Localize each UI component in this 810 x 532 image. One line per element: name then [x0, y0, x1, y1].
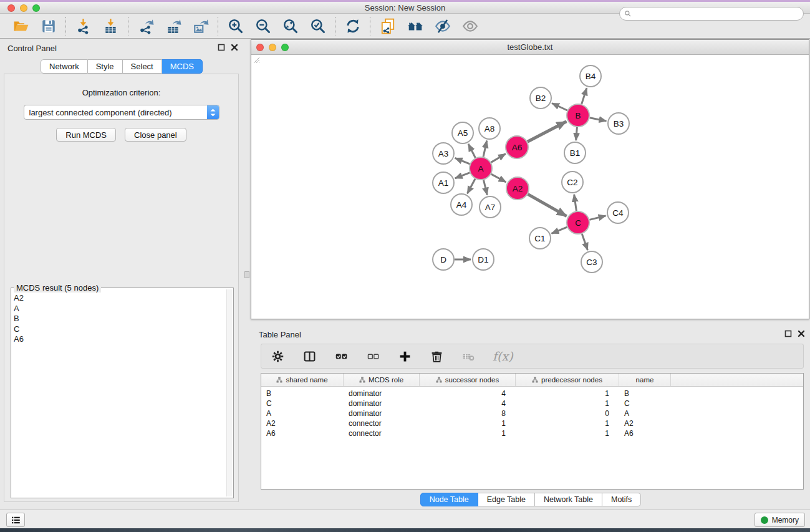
export-network-button[interactable]	[137, 17, 155, 35]
result-scrollbar[interactable]	[226, 289, 232, 496]
table-row[interactable]: Bdominator41B	[261, 389, 803, 399]
cell-mcds-role[interactable]: dominator	[344, 389, 420, 398]
tab-select[interactable]: Select	[123, 59, 162, 74]
close-panel-icon[interactable]	[798, 330, 805, 337]
cell-successor-nodes[interactable]: 1	[420, 419, 516, 428]
zoom-window-button[interactable]	[32, 4, 40, 12]
cell-predecessor-nodes[interactable]: 1	[516, 389, 619, 398]
node-A5[interactable]: A5	[452, 122, 473, 143]
resize-grip-icon[interactable]	[251, 55, 260, 64]
tab-mcds[interactable]: MCDS	[162, 59, 203, 74]
cell-mcds-role[interactable]: dominator	[344, 399, 420, 408]
select-all-button[interactable]	[334, 349, 349, 364]
edge-A-A5[interactable]	[468, 144, 475, 158]
export-table-button[interactable]	[164, 17, 182, 35]
node-A3[interactable]: A3	[433, 143, 454, 164]
close-panel-button[interactable]: Close panel	[125, 128, 186, 142]
node-C2[interactable]: C2	[562, 172, 583, 193]
memory-button[interactable]: Memory	[755, 513, 805, 527]
function-builder-button[interactable]: f(x)	[493, 349, 513, 363]
node-A7[interactable]: A7	[480, 196, 501, 218]
cell-successor-nodes[interactable]: 8	[420, 409, 516, 418]
show-details-eye-button[interactable]	[461, 17, 479, 35]
node-B2[interactable]: B2	[530, 87, 551, 109]
node-D[interactable]: D	[433, 249, 454, 270]
split-view-button[interactable]	[302, 349, 317, 364]
column-header-predecessor-nodes[interactable]: predecessor nodes	[516, 374, 619, 386]
open-file-button[interactable]	[12, 17, 30, 35]
tab-edge-table[interactable]: Edge Table	[478, 493, 535, 506]
close-panel-icon[interactable]	[231, 44, 238, 51]
node-B[interactable]: B	[567, 104, 589, 127]
table-row[interactable]: Adominator80A	[261, 409, 803, 418]
edge-B-B4[interactable]	[582, 88, 587, 104]
node-A4[interactable]: A4	[451, 194, 472, 215]
hide-details-eye-button[interactable]	[433, 17, 451, 35]
tab-motifs[interactable]: Motifs	[602, 493, 641, 506]
column-header-shared-name[interactable]: shared name	[261, 374, 344, 386]
deselect-all-button[interactable]	[365, 349, 380, 364]
tab-network-table[interactable]: Network Table	[535, 493, 602, 506]
node-C1[interactable]: C1	[529, 228, 551, 249]
node-A6[interactable]: A6	[506, 136, 528, 158]
cell-predecessor-nodes[interactable]: 1	[516, 419, 619, 428]
node-B1[interactable]: B1	[564, 142, 586, 163]
edge-A-A3[interactable]	[455, 158, 470, 164]
close-window-button[interactable]	[7, 4, 15, 12]
node-A1[interactable]: A1	[433, 172, 454, 193]
edge-C-C3[interactable]	[582, 234, 587, 250]
edge-A2-C[interactable]	[528, 194, 567, 216]
search-box[interactable]	[619, 7, 804, 21]
column-header-name[interactable]: name	[619, 374, 671, 386]
cell-name[interactable]: A6	[619, 429, 671, 438]
add-column-button[interactable]	[397, 349, 412, 364]
node-C[interactable]: C	[567, 211, 589, 234]
cell-shared-name[interactable]: B	[261, 389, 344, 398]
cell-name[interactable]: A	[619, 409, 671, 418]
float-panel-icon[interactable]	[784, 330, 792, 337]
delete-table-button[interactable]	[461, 349, 476, 364]
run-mcds-button[interactable]: Run MCDS	[56, 128, 116, 142]
tab-network[interactable]: Network	[41, 59, 88, 74]
table-row[interactable]: Cdominator41C	[261, 399, 803, 409]
node-C4[interactable]: C4	[607, 202, 629, 223]
refresh-button[interactable]	[344, 17, 362, 35]
cell-mcds-role[interactable]: connector	[344, 419, 420, 428]
settings-button[interactable]	[270, 349, 285, 364]
network-window-titlebar[interactable]: testGlobe.txt	[251, 40, 809, 55]
edge-A-A7[interactable]	[484, 180, 488, 195]
clone-network-button[interactable]	[378, 17, 397, 35]
cell-predecessor-nodes[interactable]: 0	[516, 409, 619, 418]
column-header-successor-nodes[interactable]: successor nodes	[420, 374, 516, 386]
result-item[interactable]: A2	[14, 293, 226, 304]
cell-successor-nodes[interactable]: 4	[420, 399, 516, 408]
edge-C-C1[interactable]	[552, 227, 567, 233]
node-B3[interactable]: B3	[608, 113, 629, 134]
close-network-button[interactable]	[256, 44, 264, 51]
cell-successor-nodes[interactable]: 4	[420, 389, 516, 398]
cell-shared-name[interactable]: A6	[261, 429, 344, 438]
cell-predecessor-nodes[interactable]: 1	[516, 399, 619, 408]
node-A[interactable]: A	[470, 157, 492, 180]
edge-A-A1[interactable]	[455, 173, 470, 178]
cell-mcds-role[interactable]: connector	[344, 429, 420, 438]
import-table-button[interactable]	[102, 17, 120, 35]
node-A2[interactable]: A2	[506, 177, 529, 200]
result-item[interactable]: A6	[14, 334, 226, 345]
zoom-fit-button[interactable]	[281, 17, 299, 35]
node-B4[interactable]: B4	[580, 65, 601, 87]
delete-column-button[interactable]	[429, 349, 444, 364]
edge-A-A6[interactable]	[491, 154, 506, 163]
edge-B-B2[interactable]	[552, 104, 567, 111]
node-A8[interactable]: A8	[479, 118, 500, 139]
save-session-button[interactable]	[39, 17, 57, 35]
edge-A-A2[interactable]	[491, 174, 506, 182]
splitter-grip[interactable]	[244, 271, 249, 278]
edge-A6-B[interactable]	[528, 122, 567, 142]
export-image-button[interactable]	[191, 17, 210, 35]
edge-B-B3[interactable]	[590, 118, 607, 121]
zoom-selected-button[interactable]	[309, 17, 327, 35]
network-canvas[interactable]: AA1A2A3A4A5A6A7A8BB1B2B3B4CC1C2C3C4DD1	[251, 55, 809, 319]
edge-C-C4[interactable]	[589, 216, 605, 220]
home-button[interactable]	[406, 17, 424, 35]
